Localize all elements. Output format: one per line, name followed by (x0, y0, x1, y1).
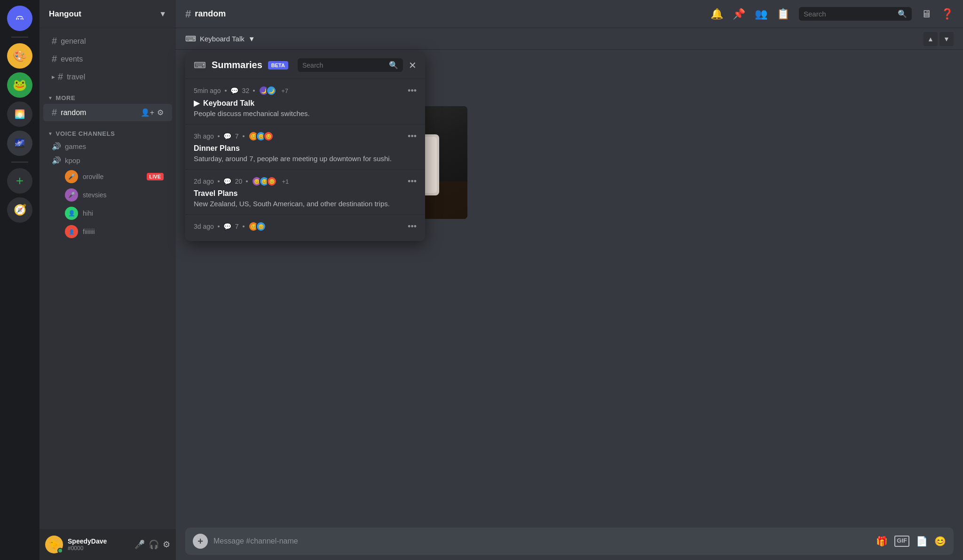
summaries-search-icon: 🔍 (389, 61, 398, 70)
gif-icon[interactable]: GIF (894, 536, 909, 547)
sticker-icon[interactable]: 📄 (916, 536, 928, 547)
server-header[interactable]: Hangout ▼ (39, 0, 176, 28)
summary-menu-3[interactable]: ••• (408, 177, 417, 187)
user-discriminator: #0000 (68, 545, 130, 552)
summary-item-2: 3h ago 💬 7 😊 😊 😊 ••• Dinner Plans Saturd… (185, 124, 425, 170)
summaries-close-button[interactable]: ✕ (409, 60, 417, 71)
voice-user-oroville[interactable]: 🎤 oroville LIVE (43, 168, 172, 186)
live-badge-oroville: LIVE (147, 173, 164, 180)
members-icon[interactable]: 👥 (755, 8, 767, 20)
more-section-header[interactable]: ▼ MORE (39, 86, 176, 103)
add-member-icon[interactable]: 👤+ (141, 108, 154, 117)
server-name: Hangout (49, 9, 81, 19)
mute-microphone-icon[interactable]: 🎤 (134, 539, 145, 550)
summaries-header: ⌨ Summaries BETA 🔍 ✕ (185, 52, 425, 79)
channel-item-general[interactable]: # general (43, 32, 172, 50)
voice-channel-kpop[interactable]: 🔊 kpop (43, 154, 172, 167)
channel-item-travel[interactable]: # travel (43, 68, 172, 86)
voice-user-stevsies[interactable]: 🎤 stevsies (43, 186, 172, 204)
svg-point-1 (18, 18, 19, 20)
keyboard-icon: ⌨ (185, 34, 196, 43)
deafen-icon[interactable]: 🎧 (149, 539, 159, 550)
beta-badge: BETA (268, 61, 288, 70)
summary-avatars-3: 😊 😊 😊 (252, 176, 274, 187)
explore-servers-button[interactable]: 🧭 (7, 197, 32, 223)
server-icon-2[interactable]: 🐸 (7, 72, 32, 98)
channel-item-events[interactable]: # events (43, 50, 172, 68)
summary-bubble-icon-4: 💬 (223, 223, 231, 230)
summary-desc-1: People discuss mechanical switches. (194, 109, 417, 117)
inbox-2-icon[interactable]: 🖥 (921, 8, 931, 20)
nav-chevrons: ▲ ▼ (924, 32, 954, 46)
voice-user-fiiiiiii[interactable]: 👤 fiiiiiii (43, 223, 172, 241)
summary-avatars-1: 🌙 🌙 (259, 86, 274, 96)
summary-menu-1[interactable]: ••• (408, 86, 417, 96)
summary-title-text-2: Dinner Plans (194, 144, 240, 153)
summary-title-2: Dinner Plans (194, 144, 417, 153)
sub-bar: ⌨ Keyboard Talk ▼ ⌨ Summaries BETA 🔍 ✕ 5… (176, 28, 963, 50)
help-icon[interactable]: ❓ (941, 8, 954, 20)
summary-menu-4[interactable]: ••• (408, 222, 417, 232)
summaries-popup: ⌨ Summaries BETA 🔍 ✕ 5min ago 💬 32 (185, 52, 425, 241)
summaries-search-input[interactable] (302, 62, 385, 69)
channel-name-random: random (61, 109, 86, 117)
summaries-search-bar[interactable]: 🔍 (298, 58, 403, 72)
pin-icon[interactable]: 📌 (733, 8, 745, 20)
discord-home-button[interactable] (7, 6, 32, 31)
username: SpeedyDave (68, 537, 130, 545)
voice-channel-games[interactable]: 🔊 games (43, 140, 172, 153)
voice-channels-header[interactable]: ▼ VOICE CHANNELS (39, 122, 176, 139)
more-label: MORE (56, 94, 76, 101)
voice-channel-name-games: games (65, 142, 86, 150)
settings-icon[interactable]: ⚙ (157, 108, 164, 117)
search-icon: 🔍 (898, 9, 907, 18)
summary-count-1: 32 (242, 87, 250, 94)
nav-up-button[interactable]: ▲ (924, 32, 938, 46)
summary-title-text-3: Travel Plans (194, 189, 237, 198)
notifications-icon[interactable]: 🔔 (710, 8, 723, 20)
input-actions: 🎁 GIF 📄 😊 (876, 536, 946, 547)
user-panel: 🐤 SpeedyDave #0000 🎤 🎧 ⚙ (39, 529, 176, 560)
gift-icon[interactable]: 🎁 (876, 536, 888, 547)
message-placeholder[interactable]: Message #channel-name (213, 537, 870, 545)
channel-list: # general # events # travel ▼ MORE # ran… (39, 28, 176, 529)
channel-hash-icon: # (185, 8, 191, 20)
summaries-title: Summaries (212, 60, 262, 70)
server-icon-1[interactable]: 🎨 (7, 43, 32, 69)
hash-icon-events: # (52, 54, 57, 64)
server-sidebar: 🎨 🐸 🌅 🌌 + 🧭 (0, 0, 39, 560)
server-icon-3[interactable]: 🌅 (7, 101, 32, 127)
channel-sidebar: Hangout ▼ # general # events # travel ▼ … (39, 0, 176, 560)
voice-channel-name-kpop: kpop (65, 156, 80, 164)
user-settings-icon[interactable]: ⚙ (163, 539, 170, 550)
voice-user-hihi[interactable]: 👤 hihi (43, 204, 172, 222)
keyboard-talk-chevron: ▼ (248, 35, 255, 43)
summary-bubble-icon-3: 💬 (223, 178, 231, 185)
server-divider-1 (11, 37, 28, 38)
summary-avatars-2: 😊 😊 😊 (248, 131, 271, 141)
summary-plus-3: +1 (282, 178, 289, 185)
voice-user-name-stevsies: stevsies (83, 191, 107, 199)
inbox-icon[interactable]: 📋 (777, 8, 789, 20)
online-status-dot (57, 548, 63, 553)
summary-menu-2[interactable]: ••• (408, 132, 417, 141)
summary-item-3: 2d ago 💬 20 😊 😊 😊 +1 ••• Travel Plans (185, 170, 425, 215)
summary-count-2: 7 (235, 132, 239, 140)
summaries-icon: ⌨ (194, 60, 206, 70)
search-bar[interactable]: 🔍 (799, 7, 912, 21)
summary-title-arrow-1: ▶ (194, 99, 199, 108)
voice-user-name-oroville: oroville (83, 173, 103, 180)
emoji-icon[interactable]: 😊 (934, 536, 946, 547)
summary-time-4: 3d ago (194, 223, 214, 230)
summary-time-1: 5min ago (194, 87, 221, 94)
server-icon-4[interactable]: 🌌 (7, 131, 32, 156)
channel-item-random[interactable]: # random 👤+ ⚙ (43, 104, 172, 121)
search-input[interactable] (804, 10, 894, 18)
avatar-fiiiiiii: 👤 (65, 225, 78, 238)
summary-desc-2: Saturday, around 7, people are meeting u… (194, 155, 417, 163)
add-server-button[interactable]: + (7, 168, 32, 194)
add-attachment-button[interactable]: + (193, 534, 208, 549)
nav-down-button[interactable]: ▼ (939, 32, 954, 46)
keyboard-talk-button[interactable]: ⌨ Keyboard Talk ▼ (185, 34, 255, 43)
server-chevron-icon: ▼ (159, 10, 166, 18)
